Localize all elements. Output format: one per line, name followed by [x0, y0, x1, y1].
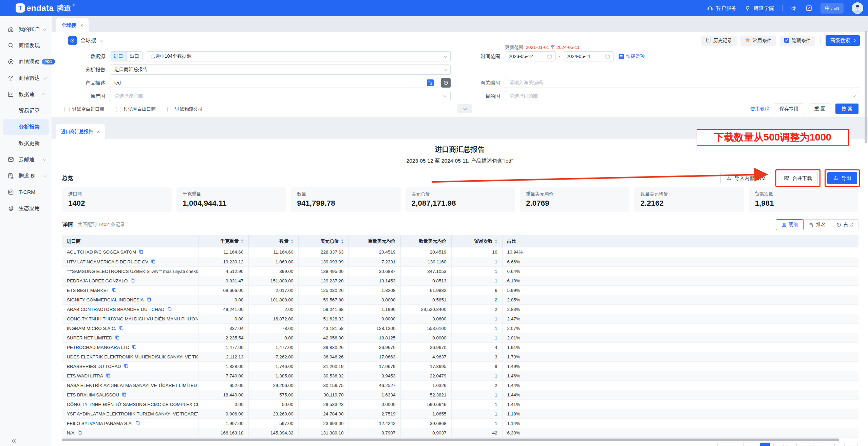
customer-service-button[interactable]: 客户服务 — [707, 5, 736, 12]
close-icon[interactable] — [80, 22, 83, 28]
sidebar-item-数据通[interactable]: 数据通 — [0, 86, 52, 103]
save-favorite-button[interactable]: 保存常用 — [774, 104, 804, 114]
copy-icon[interactable] — [132, 345, 136, 350]
table-row[interactable]: CÔNG TY TNHH THƯƠNG MẠI DỊCH VỤ ĐIỆN MẠN… — [62, 314, 858, 323]
sidebar-item-贸易记录[interactable]: 贸易记录 — [0, 103, 52, 119]
table-row[interactable]: AGL TCHAD P/C SOGEA SATOM11,164.6011,164… — [62, 247, 858, 257]
history-button[interactable]: 历史记录 — [701, 36, 737, 46]
sidebar-item-商情雷达[interactable]: 商情雷达 — [0, 70, 52, 86]
table-row[interactable]: SIGNIFY COMMERCIAL INDONESIA0.00101,808.… — [62, 295, 858, 304]
table-row[interactable]: UDES ELEKTRİK ELEKTRONİK MÜHENDİSLİK SAN… — [62, 352, 858, 361]
product-input[interactable]: led 中A — [110, 78, 438, 88]
view-rank-button[interactable]: 排名 — [803, 219, 831, 230]
sidebar-item-商情发现[interactable]: 商情发现 — [0, 37, 52, 54]
advanced-search-button[interactable]: 高级搜索 — [826, 35, 860, 46]
user-avatar[interactable] — [852, 2, 863, 14]
copy-icon[interactable] — [77, 430, 82, 436]
sidebar-item-数据更新[interactable]: 数据更新 — [0, 135, 52, 151]
table-row[interactable]: ETS WADI LITRA7,740.001,385.0030,536.323… — [62, 371, 858, 380]
sidebar-item-腾道 BI[interactable]: BI腾道 BI — [0, 168, 52, 184]
sidebar-item-分析报告[interactable]: 分析报告 — [3, 119, 49, 135]
import-crm-button[interactable]: 导入内部CRM — [720, 172, 771, 184]
table-row[interactable]: SUPER NET LIMITED2,235.540.0042,056.0018… — [62, 333, 858, 342]
sidebar-item-云邮通[interactable]: 云邮通 — [0, 151, 52, 168]
origin-country-select[interactable]: 请选择原产国 — [110, 91, 451, 101]
filter-checkbox[interactable]: 过滤空白进口商 — [64, 106, 105, 112]
favorites-button[interactable]: 常用条件 — [740, 36, 776, 46]
table-row[interactable]: ETS BEST MARKET68,666.002,017.00125,030.… — [62, 285, 858, 295]
page-size-select[interactable] — [717, 443, 744, 446]
sort-icons[interactable] — [241, 239, 244, 243]
copy-icon[interactable] — [147, 297, 151, 303]
reset-button[interactable]: 重 置 — [809, 104, 831, 114]
copy-icon[interactable] — [151, 259, 155, 265]
copy-icon[interactable] — [167, 306, 172, 312]
page-button[interactable] — [773, 443, 784, 446]
copy-icon[interactable] — [112, 287, 116, 293]
copy-icon[interactable] — [135, 421, 140, 426]
column-header-重量美元均价[interactable]: 重量美元均价 — [348, 235, 400, 247]
report-tab[interactable]: 进口商汇总报告 — [56, 124, 105, 139]
close-icon[interactable] — [97, 129, 100, 134]
sidebar-item-商情洞察[interactable]: 商情洞察PRO — [0, 54, 52, 70]
column-header-贸易次数[interactable]: 贸易次数 — [451, 235, 502, 247]
table-row[interactable]: N/A166,163.18145,394.32131,389.100.79070… — [62, 428, 858, 438]
destination-select[interactable]: 请选择目的国 — [505, 91, 859, 101]
view-ratio-button[interactable]: 占比 — [831, 219, 858, 230]
table-row[interactable]: CÔNG TY TNHH ĐIỆN TỬ SAMSUNG HCMC CE COM… — [62, 399, 858, 409]
copy-icon[interactable] — [124, 364, 128, 369]
tutorial-link[interactable]: 使用教程 — [750, 106, 769, 112]
column-header-占比[interactable]: 占比 — [502, 235, 858, 247]
copy-icon[interactable] — [115, 335, 119, 341]
sidebar-item-我的账户[interactable]: 我的账户 — [0, 21, 52, 37]
export-toggle[interactable]: 出口 — [126, 52, 142, 61]
sidebar-item-T-CRM[interactable]: T-CRM — [0, 184, 52, 200]
page-button-active[interactable] — [760, 443, 770, 446]
translate-icon[interactable]: 中A — [427, 79, 434, 86]
datasource-select[interactable]: 已选中104个数据源 — [146, 51, 451, 61]
copy-icon[interactable] — [119, 326, 124, 331]
table-row[interactable]: YSF AYDINLATMA ELEKTRONİK TURİZM SANAYİ … — [62, 409, 858, 419]
sidebar-item-生态应用[interactable]: 生态应用 — [0, 200, 52, 217]
table-row[interactable]: FEILO SYLVANIA PANAMA S.A.1,907.00597.00… — [62, 419, 858, 428]
horizontal-scrollbar[interactable] — [62, 439, 850, 441]
hs-code-input[interactable]: 请输入海关编码 — [505, 78, 859, 88]
sort-icons[interactable] — [341, 239, 344, 243]
table-row[interactable]: ETS BRAHIM SALISSOU18,440.00575.0030,119… — [62, 390, 858, 399]
import-toggle[interactable]: 进口 — [110, 52, 126, 61]
date-from-input[interactable]: 2023-05-12 — [505, 51, 556, 61]
language-toggle[interactable]: 中 / EN — [820, 3, 844, 14]
prev-page-button[interactable] — [747, 443, 757, 446]
table-row[interactable]: NASA ELEKTRİK AYDINLATMA SANAYİ VE TİCAR… — [62, 380, 858, 390]
view-detail-button[interactable]: 明细 — [776, 219, 804, 230]
page-button[interactable] — [813, 443, 823, 446]
vertical-scrollbar[interactable] — [865, 31, 867, 143]
scrollbar-thumb[interactable] — [62, 439, 839, 441]
column-header-数量[interactable]: 数量 — [248, 235, 298, 247]
page-button[interactable] — [787, 443, 797, 446]
column-header-美元总价[interactable]: 美元总价 — [298, 235, 348, 247]
page-jump-button[interactable] — [848, 443, 858, 446]
tendata-logo[interactable]: T endata 腾道 ® — [16, 3, 75, 13]
merge-download-button[interactable]: 合并下载 — [778, 172, 818, 184]
copy-icon[interactable] — [106, 373, 110, 379]
sidebar-collapse-button[interactable]: « — [12, 436, 16, 445]
filter-checkbox[interactable]: 过滤空白出口商 — [116, 106, 156, 112]
column-header-进口商[interactable]: 进口商 — [62, 235, 198, 247]
sort-icons[interactable] — [291, 239, 294, 243]
column-header-千克重量[interactable]: 千克重量 — [198, 235, 248, 247]
fullscreen-icon[interactable] — [806, 5, 812, 12]
announcement-icon[interactable] — [791, 5, 797, 12]
report-type-select[interactable]: 进口商汇总报告 — [110, 64, 451, 75]
filter-checkbox[interactable]: 过滤物流公司 — [167, 106, 203, 112]
academy-button[interactable]: 腾道学院 — [744, 5, 774, 12]
table-row[interactable]: BRASSERIES DU TCHAD1,828.001,746.0031,20… — [62, 361, 858, 371]
next-page-button[interactable] — [834, 443, 845, 446]
tab-global-search[interactable]: 全球搜 — [56, 18, 89, 32]
copy-icon[interactable] — [122, 392, 126, 398]
table-row[interactable]: INGRAM MICRO S.A.C.337.0478.0043,181.581… — [62, 323, 858, 333]
column-header-数量美元均价[interactable]: 数量美元均价 — [400, 235, 451, 247]
copy-icon[interactable] — [130, 278, 135, 284]
sort-icons[interactable] — [495, 239, 497, 243]
export-button[interactable]: 导出 — [827, 172, 857, 184]
